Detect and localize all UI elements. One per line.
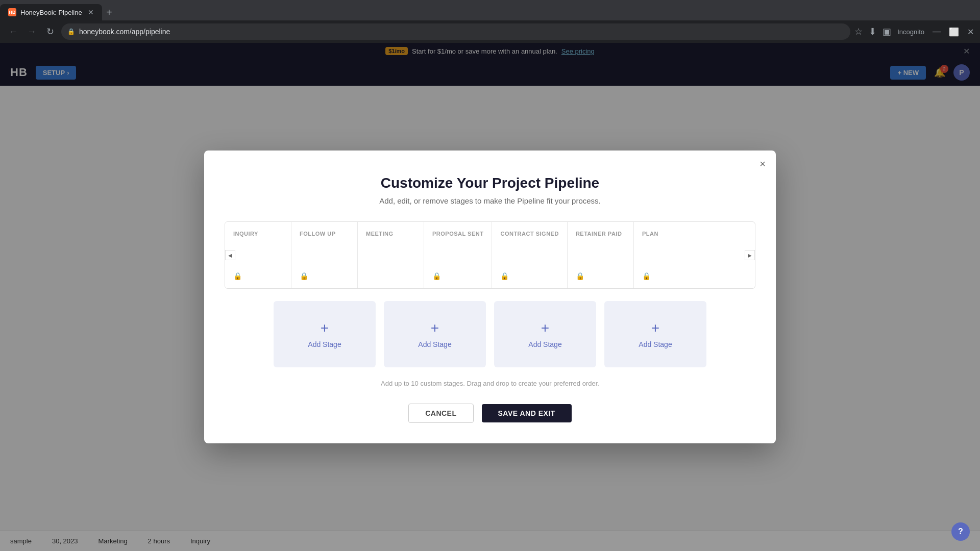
- tab-favicon: HB: [8, 8, 16, 16]
- add-stage-label: Add Stage: [418, 340, 451, 348]
- add-stage-card-4[interactable]: + Add Stage: [604, 301, 706, 367]
- modal-overlay: × Customize Your Project Pipeline Add, e…: [0, 43, 980, 551]
- tab-close-icon[interactable]: ✕: [88, 8, 94, 16]
- stage-name-label: CONTRACT SIGNED: [500, 230, 558, 237]
- lock-icon: 🔒: [300, 272, 308, 280]
- save-and-exit-button[interactable]: SAVE AND EXIT: [482, 404, 572, 422]
- stage-name-label: MEETING: [366, 230, 394, 237]
- bookmark-icon[interactable]: ☆: [854, 26, 863, 37]
- add-stages-hint: Add up to 10 custom stages. Drag and dro…: [225, 380, 755, 387]
- minimize-button[interactable]: —: [933, 27, 941, 36]
- refresh-button[interactable]: ↻: [43, 26, 57, 37]
- cancel-button[interactable]: CANCEL: [408, 404, 473, 423]
- lock-icon: 🔒: [500, 272, 509, 280]
- customize-pipeline-modal: × Customize Your Project Pipeline Add, e…: [204, 151, 776, 443]
- download-icon[interactable]: ⬇: [869, 26, 876, 37]
- add-stage-label: Add Stage: [639, 340, 672, 348]
- incognito-label: Incognito: [897, 28, 924, 36]
- url-text: honeybook.com/app/pipeline: [79, 28, 170, 36]
- extensions-icon[interactable]: ▣: [883, 26, 891, 37]
- lock-icon: 🔒: [233, 272, 242, 280]
- modal-subtitle: Add, edit, or remove stages to make the …: [225, 196, 755, 205]
- browser-tab[interactable]: HB HoneyBook: Pipeline ✕: [0, 4, 102, 20]
- back-button[interactable]: ←: [6, 27, 20, 37]
- add-stages-grid: + Add Stage + Add Stage + Add Stage + Ad…: [225, 301, 755, 367]
- add-stage-card-2[interactable]: + Add Stage: [384, 301, 486, 367]
- stage-name-label: INQUIRY: [233, 230, 258, 237]
- modal-close-button[interactable]: ×: [760, 159, 766, 169]
- pipeline-stage-retainer-paid[interactable]: RETAINER PAID 🔒: [568, 222, 634, 288]
- scroll-left-button[interactable]: ◀: [225, 250, 235, 260]
- pipeline-stage-follow-up[interactable]: FOLLOW UP 🔒: [291, 222, 358, 288]
- lock-icon: 🔒: [576, 272, 584, 280]
- add-stage-plus-icon: +: [431, 320, 439, 336]
- add-stage-plus-icon: +: [651, 320, 659, 336]
- stage-name-label: FOLLOW UP: [300, 230, 336, 237]
- pipeline-stage-proposal-sent[interactable]: PROPOSAL SENT 🔒: [424, 222, 492, 288]
- add-stage-label: Add Stage: [308, 340, 341, 348]
- close-window-button[interactable]: ✕: [967, 27, 974, 37]
- tab-title: HoneyBook: Pipeline: [20, 9, 82, 16]
- add-stage-plus-icon: +: [541, 320, 549, 336]
- pipeline-stage-meeting[interactable]: MEETING: [358, 222, 424, 288]
- stage-name-label: PROPOSAL SENT: [432, 230, 483, 237]
- maximize-button[interactable]: ⬜: [949, 27, 959, 37]
- stage-name-label: RETAINER PAID: [576, 230, 622, 237]
- stage-name-label: PLAN: [642, 230, 658, 237]
- add-stage-card-1[interactable]: + Add Stage: [274, 301, 376, 367]
- pipeline-stages-container: ◀ INQUIRY 🔒 FOLLOW UP 🔒 MEETING PROPOSAL…: [225, 221, 755, 289]
- add-stage-label: Add Stage: [528, 340, 561, 348]
- lock-icon: 🔒: [432, 272, 441, 280]
- new-tab-button[interactable]: +: [102, 7, 116, 18]
- pipeline-stage-contract-signed[interactable]: CONTRACT SIGNED 🔒: [492, 222, 567, 288]
- help-button[interactable]: ?: [951, 522, 970, 541]
- modal-title: Customize Your Project Pipeline: [225, 175, 755, 191]
- modal-actions: CANCEL SAVE AND EXIT: [225, 404, 755, 423]
- pipeline-stage-plan[interactable]: PLAN 🔒: [634, 222, 700, 288]
- stages-scroll-area[interactable]: INQUIRY 🔒 FOLLOW UP 🔒 MEETING PROPOSAL S…: [225, 222, 755, 288]
- add-stage-plus-icon: +: [321, 320, 329, 336]
- address-bar[interactable]: 🔒 honeybook.com/app/pipeline: [61, 23, 850, 40]
- forward-button[interactable]: →: [24, 27, 39, 37]
- lock-icon: 🔒: [642, 272, 651, 280]
- add-stage-card-3[interactable]: + Add Stage: [494, 301, 596, 367]
- security-icon: 🔒: [67, 28, 75, 35]
- scroll-right-button[interactable]: ▶: [745, 250, 755, 260]
